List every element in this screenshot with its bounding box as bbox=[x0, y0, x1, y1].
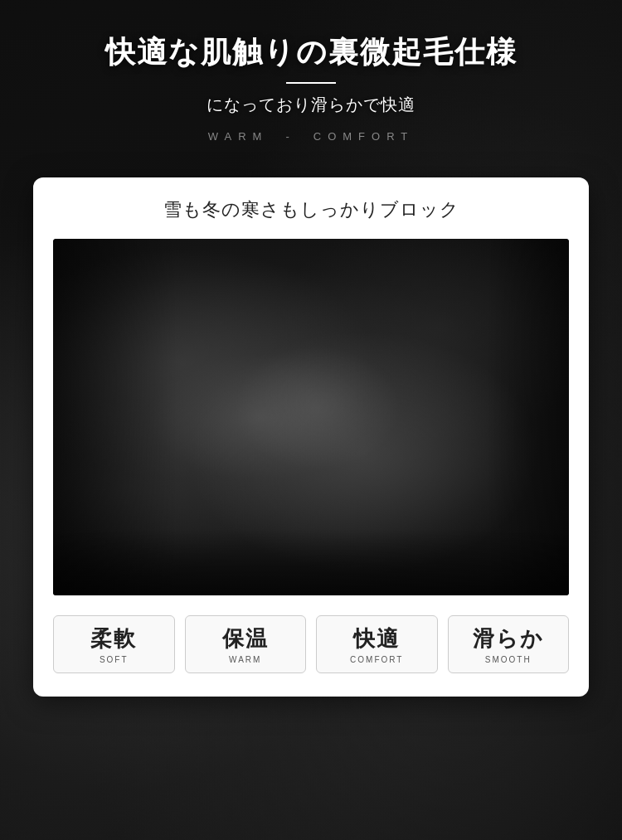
feature-badge-comfort: 快適 COMFORT bbox=[316, 615, 438, 673]
feature-badge-smooth: 滑らか SMOOTH bbox=[448, 615, 570, 673]
card-title: 雪も冬の寒さもしっかりブロック bbox=[53, 197, 569, 222]
feature-kanji-comfort: 快適 bbox=[323, 626, 430, 652]
main-title: 快適な肌触りの裏微起毛仕様 bbox=[0, 33, 622, 72]
page-wrapper: 快適な肌触りの裏微起毛仕様 になっており滑らかで快適 WARM - COMFOR… bbox=[0, 0, 622, 840]
title-divider bbox=[286, 82, 336, 84]
feature-english-smooth: SMOOTH bbox=[455, 655, 562, 664]
feature-kanji-warm: 保温 bbox=[192, 626, 299, 652]
warm-comfort-text: WARM - COMFORT bbox=[0, 129, 622, 144]
feature-english-comfort: COMFORT bbox=[323, 655, 430, 664]
feature-kanji-smooth: 滑らか bbox=[455, 626, 562, 652]
feature-badge-soft: 柔軟 SOFT bbox=[53, 615, 175, 673]
header-section: 快適な肌触りの裏微起毛仕様 になっており滑らかで快適 WARM - COMFOR… bbox=[0, 0, 622, 161]
sub-title: になっており滑らかで快適 bbox=[0, 94, 622, 116]
feature-english-warm: WARM bbox=[192, 655, 299, 664]
feature-card: 雪も冬の寒さもしっかりブロック 柔軟 SOFT 保温 WARM 快適 COMFO… bbox=[33, 177, 589, 697]
feature-english-soft: SOFT bbox=[61, 655, 168, 664]
feature-kanji-soft: 柔軟 bbox=[61, 626, 168, 652]
feature-badge-warm: 保温 WARM bbox=[185, 615, 307, 673]
features-row: 柔軟 SOFT 保温 WARM 快適 COMFORT 滑らか SMOOTH bbox=[53, 615, 569, 673]
fabric-shadow-bottom bbox=[53, 529, 569, 595]
fabric-image bbox=[53, 239, 569, 595]
fabric-highlight bbox=[234, 346, 400, 470]
